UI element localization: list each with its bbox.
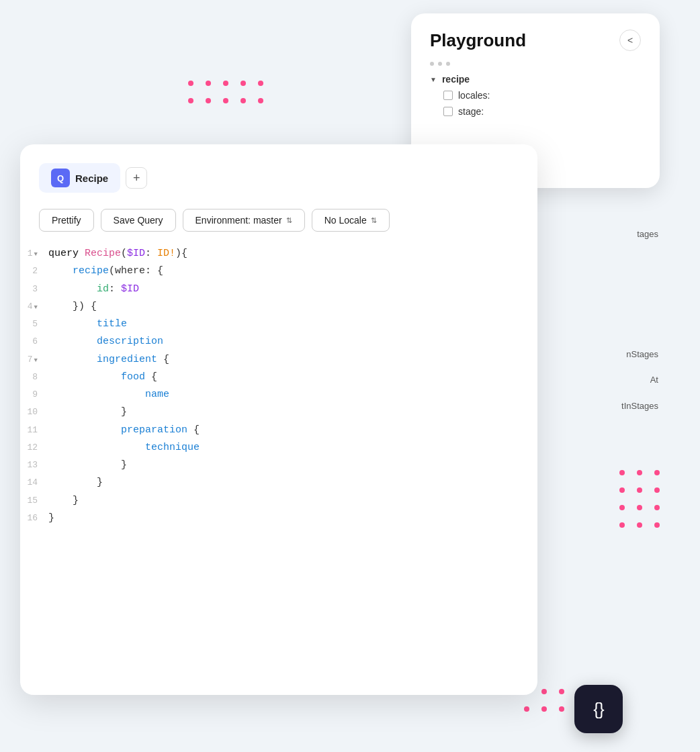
code-line-11: 11 preparation { (20, 422, 537, 439)
right-item-1: tages (564, 225, 658, 244)
locales-label: locales: (458, 90, 490, 101)
prettify-button[interactable]: Prettify (39, 209, 94, 232)
code-line-16: 16 } (20, 510, 537, 527)
right-panel-partial: tages nStages At tInStages (564, 144, 658, 416)
tab-label: Recipe (75, 173, 108, 184)
locales-checkbox[interactable] (443, 91, 453, 100)
right-item-4: tInStages (564, 397, 658, 416)
tree-child-locales: locales: (443, 90, 641, 101)
playground-close-button[interactable]: < (619, 30, 641, 51)
code-line-5: 5 title (20, 316, 537, 333)
environment-arrow-icon: ⇅ (286, 216, 292, 225)
stage-checkbox[interactable] (443, 107, 453, 116)
code-line-2: 2 recipe(where: { (20, 263, 537, 280)
stage-label: stage: (458, 106, 484, 117)
editor-panel: Q Recipe + Prettify Save Query Environme… (20, 144, 537, 695)
dot-decoration-top (188, 81, 263, 103)
tree-parent: ▼ recipe (430, 74, 641, 85)
code-line-1: 1▼ query Recipe($ID: ID!){ (20, 245, 537, 263)
code-line-3: 3 id: $ID (20, 281, 537, 298)
code-badge-icon: {} (593, 699, 603, 720)
locale-dropdown[interactable]: No Locale ⇅ (312, 209, 390, 232)
code-line-13: 13 } (20, 457, 537, 474)
code-line-6: 6 description (20, 333, 537, 350)
right-item-2: nStages (564, 345, 658, 365)
code-line-4: 4▼ }) { (20, 298, 537, 316)
add-tab-button[interactable]: + (126, 167, 147, 189)
playground-dots (430, 62, 641, 66)
tab-bar: Q Recipe + (20, 163, 537, 193)
tree-parent-label: recipe (442, 74, 470, 85)
code-line-7: 7▼ ingredient { (20, 351, 537, 369)
playground-header: Playground < (430, 30, 641, 51)
tree-child-stage: stage: (443, 106, 641, 117)
code-line-9: 9 name (20, 386, 537, 404)
code-line-10: 10 } (20, 404, 537, 421)
tab-icon: Q (51, 169, 70, 187)
environment-dropdown[interactable]: Environment: master ⇅ (183, 209, 305, 232)
playground-title: Playground (430, 30, 526, 51)
code-line-8: 8 food { (20, 369, 537, 386)
tree-arrow-icon: ▼ (430, 76, 437, 83)
save-query-button[interactable]: Save Query (101, 209, 176, 232)
code-editor[interactable]: 1▼ query Recipe($ID: ID!){ 2 recipe(wher… (20, 245, 537, 527)
right-item-3: At (564, 371, 658, 390)
code-line-15: 15 } (20, 492, 537, 510)
locale-arrow-icon: ⇅ (371, 216, 377, 225)
tab-recipe[interactable]: Q Recipe (39, 163, 120, 193)
code-line-14: 14 } (20, 474, 537, 491)
dot-decoration-right (619, 470, 660, 528)
code-line-12: 12 technique (20, 439, 537, 457)
code-badge: {} (574, 685, 623, 733)
toolbar: Prettify Save Query Environment: master … (20, 209, 537, 232)
